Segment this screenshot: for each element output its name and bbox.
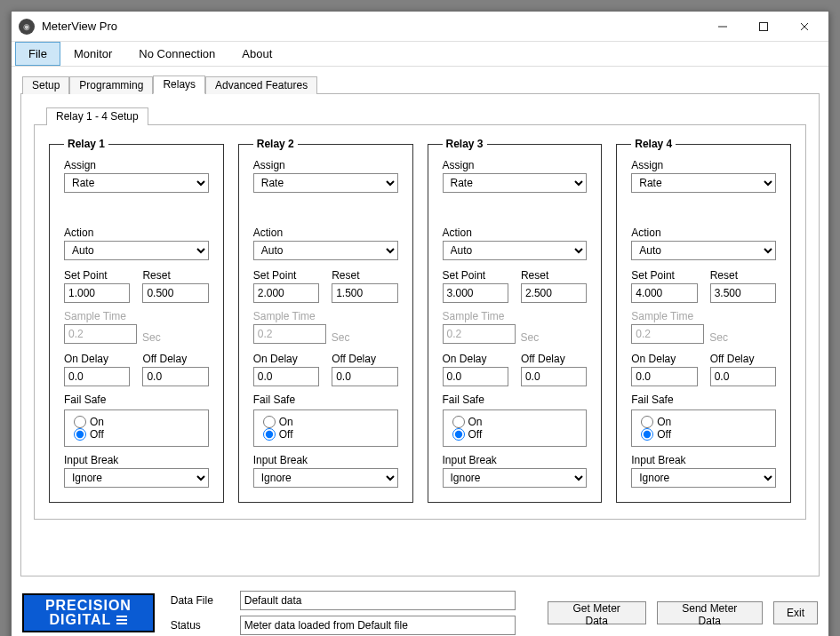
relay-2-failsafe-box: OnOff xyxy=(253,409,398,447)
tab-relay-1-4-setup[interactable]: Relay 1 - 4 Setup xyxy=(46,107,148,125)
relay-1-assign-select[interactable]: Rate xyxy=(64,173,209,193)
setpoint-label: Set Point xyxy=(253,269,319,282)
vendor-logo: PRECISION DIGITAL xyxy=(22,593,155,632)
relay-4-assign-select[interactable]: Rate xyxy=(631,173,776,193)
footer-buttons: Get Meter Data Send Meter Data Exit xyxy=(548,601,818,624)
relay-2-assign-select[interactable]: Rate xyxy=(253,173,398,193)
relay-1-inputbreak-select[interactable]: Ignore xyxy=(64,468,209,488)
relay-3-failsafe-off-radio[interactable] xyxy=(452,428,465,441)
relay-4-failsafe-off-radio[interactable] xyxy=(641,428,653,441)
sampletime-label: Sample Time xyxy=(631,310,776,322)
relay-3-offdelay-input[interactable] xyxy=(521,367,587,386)
inner-tabstrip: Relay 1 - 4 Setup xyxy=(34,105,806,124)
relay-4-action-select[interactable]: Auto xyxy=(631,241,776,260)
titlebar: ◉ MeterView Pro xyxy=(12,12,828,42)
relay-3-action-select[interactable]: Auto xyxy=(443,241,588,260)
datafile-field xyxy=(240,591,516,610)
relay-3-failsafe-on-radio[interactable] xyxy=(452,416,465,428)
relay-2-failsafe-on[interactable]: On xyxy=(263,416,388,428)
relay-1-sampletime-input xyxy=(64,324,137,344)
relay-1-failsafe-on[interactable]: On xyxy=(74,416,199,428)
tab-relays[interactable]: Relays xyxy=(153,76,205,94)
ondelay-label: On Delay xyxy=(631,353,697,365)
failsafe-label: Fail Safe xyxy=(253,394,398,406)
maximize-button[interactable] xyxy=(743,14,784,39)
relay-4-sampletime-input xyxy=(631,324,704,344)
setpoint-label: Set Point xyxy=(443,269,508,282)
relay-setup-panel: Relay 1AssignRateActionAutoSet PointRese… xyxy=(34,124,806,520)
relay-4-inputbreak-select[interactable]: Ignore xyxy=(631,468,776,488)
sec-label: Sec xyxy=(521,331,540,344)
reset-label: Reset xyxy=(710,269,776,282)
inputbreak-label: Input Break xyxy=(253,454,398,466)
relay-2-reset-input[interactable] xyxy=(332,283,397,303)
relay-1-reset-input[interactable] xyxy=(142,283,208,303)
relay-3-failsafe-on[interactable]: On xyxy=(452,416,578,428)
relay-3-ondelay-input[interactable] xyxy=(443,367,508,386)
get-meter-data-button[interactable]: Get Meter Data xyxy=(548,601,646,624)
relay-2-group: Relay 2AssignRateActionAutoSet PointRese… xyxy=(238,138,413,503)
relay-4-failsafe-on-radio[interactable] xyxy=(641,416,653,428)
relay-3-assign-select[interactable]: Rate xyxy=(443,173,588,193)
menu-file[interactable]: File xyxy=(15,42,60,66)
assign-label: Assign xyxy=(64,159,209,171)
client-area: Setup Programming Relays Advanced Featur… xyxy=(12,67,828,585)
relay-4-setpoint-input[interactable] xyxy=(631,283,697,303)
relay-1-setpoint-input[interactable] xyxy=(64,283,130,303)
reset-label: Reset xyxy=(332,269,397,282)
relay-4-legend: Relay 4 xyxy=(631,138,676,150)
relay-4-reset-input[interactable] xyxy=(710,283,776,303)
tab-setup[interactable]: Setup xyxy=(22,76,69,94)
relay-1-failsafe-on-radio[interactable] xyxy=(74,416,86,428)
inputbreak-label: Input Break xyxy=(443,454,588,466)
relay-4-failsafe-on[interactable]: On xyxy=(641,416,766,428)
relay-1-failsafe-off-radio[interactable] xyxy=(74,428,86,441)
relay-4-group: Relay 4AssignRateActionAutoSet PointRese… xyxy=(616,138,791,503)
footer: PRECISION DIGITAL Data File Status Get M… xyxy=(12,585,828,636)
status-block: Data File Status xyxy=(171,591,516,635)
datafile-label: Data File xyxy=(171,594,233,607)
failsafe-label: Fail Safe xyxy=(64,394,209,406)
relay-2-offdelay-input[interactable] xyxy=(332,367,397,386)
relay-2-failsafe-on-radio[interactable] xyxy=(263,416,276,428)
offdelay-label: Off Delay xyxy=(332,353,397,365)
sampletime-label: Sample Time xyxy=(253,310,398,322)
exit-button[interactable]: Exit xyxy=(773,601,818,624)
relay-2-failsafe-off-radio[interactable] xyxy=(263,428,276,441)
relay-3-inputbreak-select[interactable]: Ignore xyxy=(443,468,588,488)
close-button[interactable] xyxy=(784,14,825,39)
window-title: MeterView Pro xyxy=(42,20,117,33)
relay-1-failsafe-off[interactable]: Off xyxy=(74,428,199,441)
menu-no-connection[interactable]: No Connection xyxy=(125,42,228,66)
setpoint-label: Set Point xyxy=(64,269,130,282)
action-label: Action xyxy=(253,227,398,239)
relay-3-reset-input[interactable] xyxy=(521,283,587,303)
assign-label: Assign xyxy=(631,159,776,171)
menu-about[interactable]: About xyxy=(228,42,285,66)
relay-4-failsafe-off[interactable]: Off xyxy=(641,428,766,441)
relay-1-ondelay-input[interactable] xyxy=(64,367,130,386)
relay-4-ondelay-input[interactable] xyxy=(631,367,697,386)
relay-3-failsafe-off[interactable]: Off xyxy=(452,428,578,441)
menu-monitor[interactable]: Monitor xyxy=(60,42,125,66)
relay-1-failsafe-box: OnOff xyxy=(64,409,209,447)
sampletime-label: Sample Time xyxy=(64,310,209,322)
tab-programming[interactable]: Programming xyxy=(69,76,153,94)
relay-2-inputbreak-select[interactable]: Ignore xyxy=(253,468,398,488)
relay-2-failsafe-off[interactable]: Off xyxy=(263,428,388,441)
tab-advanced-features[interactable]: Advanced Features xyxy=(205,76,317,94)
relay-2-setpoint-input[interactable] xyxy=(253,283,319,303)
send-meter-data-button[interactable]: Send Meter Data xyxy=(657,601,763,624)
relay-1-action-select[interactable]: Auto xyxy=(64,241,209,260)
inputbreak-label: Input Break xyxy=(631,454,776,466)
relay-2-ondelay-input[interactable] xyxy=(253,367,319,386)
relay-4-offdelay-input[interactable] xyxy=(710,367,776,386)
ondelay-label: On Delay xyxy=(253,353,319,365)
status-label: Status xyxy=(171,619,233,632)
sec-label: Sec xyxy=(332,331,350,344)
minimize-button[interactable] xyxy=(702,14,743,39)
tab-panel-relays: Relay 1 - 4 Setup Relay 1AssignRateActio… xyxy=(20,93,820,576)
relay-2-action-select[interactable]: Auto xyxy=(253,241,398,260)
relay-3-setpoint-input[interactable] xyxy=(443,283,508,303)
relay-1-offdelay-input[interactable] xyxy=(142,367,208,386)
